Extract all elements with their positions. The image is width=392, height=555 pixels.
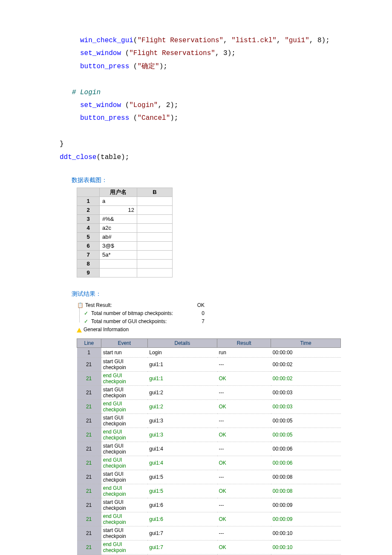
cell-username[interactable]: 5a*: [100, 250, 137, 259]
cell-event: end GUI checkpoin: [101, 399, 147, 413]
cell-b[interactable]: [137, 241, 173, 250]
col-header-details[interactable]: Details: [147, 338, 217, 347]
cell-line: 21: [77, 428, 101, 442]
cell-username[interactable]: [100, 259, 137, 268]
code-str: "确定": [137, 63, 159, 70]
code-text: );: [322, 37, 330, 44]
row-number: 6: [77, 241, 100, 250]
cell-username[interactable]: 3@$: [100, 241, 137, 250]
cell-result: ---: [217, 442, 271, 456]
cell-username[interactable]: a2c: [100, 223, 137, 232]
cell-username[interactable]: [100, 268, 137, 277]
cell-details: gui1:1: [147, 357, 217, 371]
cell-time: 00:00:06: [271, 442, 341, 456]
code-num: 2: [166, 101, 170, 109]
row-number: 3: [77, 214, 100, 223]
row-number: 7: [77, 250, 100, 259]
cell-line: 21: [77, 512, 101, 526]
results-row[interactable]: 21start GUI checkpoingui1:1---00:00:02: [77, 357, 341, 371]
code-text: ,: [309, 37, 317, 44]
cell-time: 00:00:09: [271, 512, 341, 526]
cell-time: 00:00:02: [271, 357, 341, 371]
cell-username[interactable]: 12: [100, 205, 137, 214]
cell-details: gui1:1: [147, 371, 217, 385]
cell-time: 00:00:10: [271, 526, 341, 540]
tree-item-gui-checkpoints[interactable]: ✓ Total number of GUI checkpoints: 7: [83, 318, 332, 326]
results-row[interactable]: 21end GUI checkpoingui1:1OK00:00:02: [77, 371, 341, 385]
spreadsheet-row: 212: [77, 205, 173, 214]
code-fn: ddt_close: [60, 153, 96, 161]
code-str: "list1.ckl": [231, 37, 277, 44]
col-header-time[interactable]: Time: [271, 338, 341, 347]
col-header-b: B: [137, 188, 173, 197]
col-header-result[interactable]: Result: [217, 338, 271, 347]
cell-time: 00:00:05: [271, 428, 341, 442]
results-row[interactable]: 21end GUI checkpoingui1:2OK00:00:03: [77, 399, 341, 413]
data-spreadsheet: 用户名 B 1a2123#%&4a2c5ab#63@$75a*89: [77, 188, 173, 278]
results-row[interactable]: 21end GUI checkpoingui1:5OK00:00:08: [77, 484, 341, 498]
results-row[interactable]: 21start GUI checkpoingui1:5---00:00:08: [77, 470, 341, 484]
cell-line: 21: [77, 456, 101, 470]
code-str: "Flight Reservations": [129, 49, 215, 57]
results-row[interactable]: 21start GUI checkpoingui1:7---00:00:10: [77, 526, 341, 540]
cell-b[interactable]: [137, 223, 173, 232]
cell-details: gui1:3: [147, 428, 217, 442]
results-row[interactable]: 21start GUI checkpoingui1:2---00:00:03: [77, 385, 341, 399]
cell-event: end GUI checkpoin: [101, 456, 147, 470]
cell-username[interactable]: a: [100, 197, 137, 205]
code-text: }: [60, 140, 64, 148]
spreadsheet-row: 5ab#: [77, 232, 173, 241]
cell-line: 21: [77, 399, 101, 413]
cell-details: gui1:6: [147, 498, 217, 512]
tree-item-bitmap-checkpoints[interactable]: ✓ Total number of bitmap checkpoints: 0: [83, 309, 332, 318]
results-row[interactable]: 21start GUI checkpoingui1:4---00:00:06: [77, 442, 341, 456]
cell-username[interactable]: ab#: [100, 232, 137, 241]
cell-line: 21: [77, 484, 101, 498]
cell-time: 00:00:02: [271, 371, 341, 385]
results-row[interactable]: 21end GUI checkpoingui1:4OK00:00:06: [77, 456, 341, 470]
cell-result: OK: [217, 484, 271, 498]
results-row[interactable]: 21end GUI checkpoingui1:6OK00:00:09: [77, 512, 341, 526]
cell-b[interactable]: [137, 214, 173, 223]
code-str: "Flight Reservations": [137, 37, 223, 44]
check-icon: ✓: [83, 318, 89, 326]
cell-time: 00:00:08: [271, 470, 341, 484]
spreadsheet-row: 63@$: [77, 241, 173, 250]
cell-username[interactable]: #%&: [100, 214, 137, 223]
cell-b[interactable]: [137, 268, 173, 277]
cell-b[interactable]: [137, 250, 173, 259]
code-num: 8: [317, 37, 322, 44]
cell-event: start run: [101, 347, 147, 357]
col-header-line[interactable]: Line: [77, 338, 101, 347]
col-header-event[interactable]: Event: [101, 338, 147, 347]
cell-b[interactable]: [137, 197, 173, 205]
cell-b[interactable]: [137, 259, 173, 268]
code-fn: button_press: [80, 114, 129, 122]
code-text: (: [129, 114, 137, 122]
cell-event: end GUI checkpoin: [101, 484, 147, 498]
results-row[interactable]: 21start GUI checkpoingui1:6---00:00:09: [77, 498, 341, 512]
cell-b[interactable]: [137, 232, 173, 241]
cell-event: end GUI checkpoin: [101, 371, 147, 385]
cell-details: gui1:5: [147, 470, 217, 484]
code-text: (: [129, 63, 137, 70]
results-row[interactable]: 21start GUI checkpoingui1:3---00:00:05: [77, 413, 341, 428]
cell-result: OK: [217, 512, 271, 526]
code-text: (: [121, 49, 129, 57]
code-text: (: [133, 37, 138, 44]
results-row[interactable]: 21end GUI checkpoingui1:3OK00:00:05: [77, 428, 341, 442]
cell-details: gui1:7: [147, 540, 217, 554]
cell-b[interactable]: [137, 205, 173, 214]
tree-item-test-result[interactable]: 📋 Test Result: OK: [77, 301, 332, 309]
cell-line: 21: [77, 385, 101, 399]
code-str: "Cancel": [137, 114, 170, 122]
code-str: "Login": [129, 101, 158, 109]
results-row[interactable]: 1start runLoginrun00:00:00: [77, 347, 341, 357]
code-text: ,: [277, 37, 285, 44]
row-number: 2: [77, 205, 100, 214]
tree-item-general-info[interactable]: General Information: [77, 326, 332, 334]
cell-details: gui1:3: [147, 413, 217, 428]
cell-result: OK: [217, 399, 271, 413]
tree-value: OK: [197, 301, 332, 309]
results-row[interactable]: 21end GUI checkpoingui1:7OK00:00:10: [77, 540, 341, 554]
